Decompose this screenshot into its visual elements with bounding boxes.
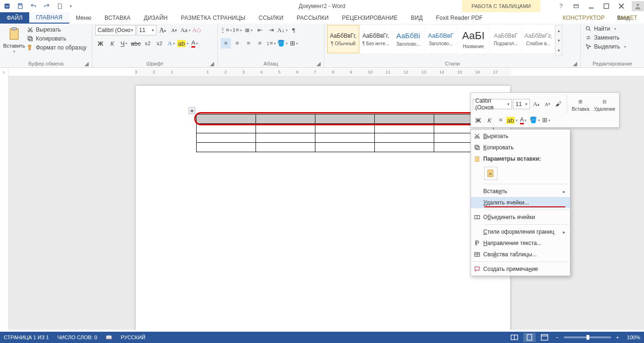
maximize-icon[interactable] — [600, 1, 613, 11]
italic-button[interactable]: К — [107, 38, 117, 49]
paste-icon[interactable] — [7, 25, 22, 42]
decrease-indent-icon[interactable]: ⇤ — [255, 25, 265, 35]
tab-menu[interactable]: Меню — [69, 12, 98, 24]
qat-customize-icon[interactable]: ▾ — [68, 1, 74, 11]
increase-indent-icon[interactable]: ⇥ — [266, 25, 276, 35]
copy-button[interactable]: Копировать — [25, 35, 88, 42]
text-effects-icon[interactable]: A — [166, 38, 176, 49]
style-item[interactable]: АаБбВвГЗаголово... — [425, 25, 457, 53]
paste-option-keep-text-icon[interactable]: A — [484, 167, 497, 180]
table-row[interactable] — [197, 133, 494, 143]
mini-font-name-combo[interactable]: Calibri (Основ▾ — [473, 99, 512, 109]
close-icon[interactable] — [615, 1, 628, 11]
subscript-button[interactable]: x2 — [142, 38, 153, 49]
login-label[interactable]: Вход — [617, 15, 630, 21]
status-words[interactable]: ЧИСЛО СЛОВ: 0 — [58, 335, 98, 340]
font-size-combo[interactable]: 11▾ — [137, 25, 157, 35]
redo-icon[interactable] — [41, 1, 52, 11]
show-marks-icon[interactable]: ¶ — [289, 25, 299, 35]
mini-bold-button[interactable]: Ж — [473, 115, 483, 125]
help-icon[interactable]: ? — [554, 1, 568, 11]
view-print-layout-icon[interactable] — [523, 333, 536, 342]
status-proofing-icon[interactable]: 📖 — [106, 335, 112, 341]
ribbon-display-icon[interactable] — [570, 1, 583, 11]
strikethrough-button[interactable]: abc — [131, 38, 141, 49]
ctx-text-direction[interactable]: Направление текста... — [471, 237, 570, 249]
mini-font-color-icon[interactable]: A — [518, 115, 528, 125]
tab-home[interactable]: ГЛАВНАЯ — [29, 12, 69, 24]
numbering-icon[interactable]: 1≡ — [232, 25, 242, 35]
styles-launcher-icon[interactable]: ◢ — [573, 60, 578, 66]
mini-format-painter-icon[interactable]: 🖌 — [553, 99, 564, 109]
bold-button[interactable]: Ж — [95, 38, 106, 49]
minimize-icon[interactable] — [585, 1, 598, 11]
ctx-border-styles[interactable]: Стили оформления границ ▸ — [471, 226, 570, 237]
ctx-new-comment[interactable]: Создать примечание — [471, 263, 570, 275]
tab-view[interactable]: ВИД — [404, 12, 429, 24]
sort-icon[interactable]: A↓ — [277, 25, 288, 35]
zoom-in-button[interactable]: + — [614, 335, 621, 340]
multilevel-icon[interactable]: ≣ — [243, 25, 254, 35]
change-case-icon[interactable]: Aa — [180, 25, 190, 35]
style-item[interactable]: АаБІНазвание — [457, 25, 489, 53]
mini-borders-icon[interactable]: ⊞ — [541, 115, 551, 125]
font-launcher-icon[interactable]: ◢ — [210, 60, 215, 66]
justify-icon[interactable]: ≡ — [255, 38, 265, 49]
status-language[interactable]: РУССКИЙ — [121, 335, 145, 340]
align-right-icon[interactable]: ≡ — [243, 38, 254, 49]
mini-align-icon[interactable]: ≡ — [495, 115, 506, 125]
borders-icon[interactable]: ⊞ — [289, 38, 299, 49]
tab-file[interactable]: ФАЙЛ — [0, 12, 29, 24]
ruler-horizontal[interactable]: 3211234567891011121314151617 — [0, 68, 644, 76]
table-row[interactable] — [197, 114, 494, 124]
font-color-icon[interactable]: A — [190, 38, 200, 49]
mini-delete-button[interactable]: ⊟Удаление — [592, 97, 617, 112]
save-icon[interactable] — [15, 1, 25, 11]
document-table[interactable] — [196, 114, 494, 152]
bullets-icon[interactable]: ⋮≡ — [221, 25, 231, 35]
zoom-slider[interactable] — [564, 336, 611, 338]
format-painter-button[interactable]: Формат по образцу — [25, 44, 88, 51]
mini-font-size-combo[interactable]: 11▾ — [513, 99, 530, 109]
status-page[interactable]: СТРАНИЦА 1 ИЗ 1 — [4, 335, 49, 340]
zoom-out-button[interactable]: − — [553, 335, 561, 340]
mini-highlight-icon[interactable]: ab — [507, 115, 517, 125]
font-name-combo[interactable]: Calibri (Осно▾ — [95, 25, 136, 35]
shrink-font-icon[interactable]: A▾ — [169, 25, 179, 35]
paragraph-launcher-icon[interactable]: ◢ — [316, 60, 322, 66]
clear-formatting-icon[interactable]: A◇ — [191, 25, 202, 35]
cut-button[interactable]: Вырезать — [25, 26, 88, 33]
shading-icon[interactable]: 🪣 — [277, 38, 288, 49]
select-button[interactable]: Выделить▾ — [584, 43, 627, 50]
styles-gallery-more[interactable]: ▴▾▾ — [555, 25, 562, 56]
tab-mailings[interactable]: РАССЫЛКИ — [290, 12, 335, 24]
ctx-cut[interactable]: Вырезать — [471, 131, 570, 142]
paste-label[interactable]: Вставить — [3, 43, 25, 49]
undo-icon[interactable] — [28, 1, 39, 11]
style-item[interactable]: АаБбВіЗаголово... — [392, 25, 424, 53]
tab-foxit[interactable]: Foxit Reader PDF — [429, 12, 489, 24]
highlight-icon[interactable]: ab — [178, 38, 188, 49]
style-item[interactable]: АаБбВвГПодзагол... — [490, 25, 522, 53]
ctx-delete-cells[interactable]: Удалить ячейки... — [471, 197, 570, 208]
tab-review[interactable]: РЕЦЕНЗИРОВАНИЕ — [335, 12, 404, 24]
tab-insert[interactable]: ВСТАВКА — [98, 12, 137, 24]
style-item[interactable]: АаБбВвГг,¶ Обычный — [327, 25, 359, 53]
ctx-insert[interactable]: Вставить ▸ — [471, 186, 570, 197]
ctx-merge-cells[interactable]: Объединить ячейки — [471, 212, 570, 223]
find-button[interactable]: Найти▾ — [584, 25, 627, 33]
mini-insert-button[interactable]: ⊞Вставка — [570, 97, 591, 112]
table-row[interactable] — [197, 143, 494, 152]
view-read-icon[interactable] — [508, 333, 520, 342]
table-move-handle-icon[interactable] — [189, 107, 195, 114]
zoom-level[interactable]: 100% — [627, 335, 640, 340]
superscript-button[interactable]: x2 — [154, 38, 165, 49]
ctx-copy[interactable]: Копировать — [471, 142, 570, 153]
underline-button[interactable]: Ч — [119, 38, 129, 49]
account-icon[interactable] — [632, 1, 644, 11]
view-web-layout-icon[interactable] — [538, 333, 551, 342]
tab-references[interactable]: ССЫЛКИ — [252, 12, 290, 24]
tab-table-design[interactable]: КОНСТРУКТОР — [556, 12, 611, 24]
new-doc-icon[interactable] — [55, 1, 65, 11]
ruler-vertical[interactable] — [0, 76, 8, 330]
